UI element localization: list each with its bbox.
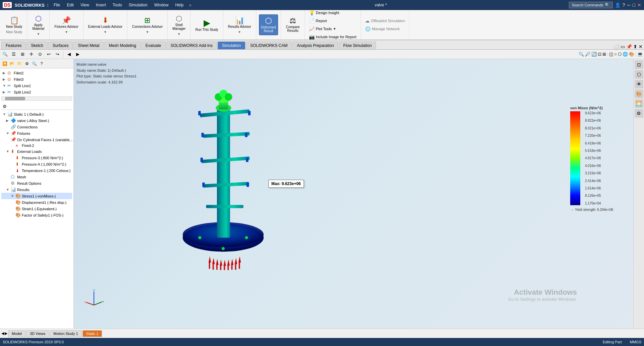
- forward-btn[interactable]: ↪: [54, 51, 61, 58]
- tab-flow[interactable]: Flow Simulation: [339, 42, 376, 49]
- tab-sketch[interactable]: Sketch: [26, 42, 48, 49]
- vp-tool-11[interactable]: 💻: [637, 52, 643, 57]
- vp-tool-5[interactable]: ⊞: [602, 52, 606, 57]
- circle-btn[interactable]: ⊙: [36, 51, 44, 58]
- filter-icon[interactable]: ⚙: [3, 104, 7, 109]
- menu-help[interactable]: Help: [172, 2, 186, 8]
- deformed-result-button[interactable]: ⬡ DeformedResult: [259, 14, 278, 35]
- plot-tools-button[interactable]: 📈 Plot Tools ▼: [308, 25, 358, 32]
- minimize-icon[interactable]: ─: [627, 2, 631, 8]
- tree-valve-material[interactable]: ▶ 🔷 valve (-Alloy Steel-): [1, 117, 72, 124]
- tab-mesh-modeling[interactable]: Mesh Modeling: [104, 42, 140, 49]
- filter-tree-btn[interactable]: 🔽: [1, 60, 8, 67]
- tree-ext-loads[interactable]: ▼ ⬇ External Loads: [1, 148, 72, 155]
- menu-view[interactable]: View: [78, 2, 92, 8]
- right-chevron[interactable]: ▶: [74, 51, 82, 58]
- expand-tree-btn[interactable]: 📂: [9, 60, 15, 67]
- menu-edit[interactable]: Edit: [64, 2, 76, 8]
- user-icon[interactable]: 👤: [615, 2, 621, 8]
- search-icon[interactable]: 🔍: [605, 3, 610, 7]
- tree-result-options[interactable]: ⚙ Result Options: [1, 180, 72, 186]
- menu-file[interactable]: File: [51, 2, 63, 8]
- tree-fixtures[interactable]: ▼ 📌 Fixtures: [1, 130, 72, 136]
- rp-btn-6[interactable]: ⚙: [635, 109, 643, 118]
- search-input[interactable]: Search Commands: [572, 3, 603, 7]
- help-tree-btn[interactable]: ?: [38, 60, 45, 67]
- tab-sheet-metal[interactable]: Sheet Metal: [73, 42, 104, 49]
- undo-btn[interactable]: ↩: [45, 51, 52, 58]
- tree-temperature[interactable]: 🌡 Temperature-1 (:200 Celsius:): [1, 167, 72, 174]
- include-image-button[interactable]: 📷 Include Image for Report: [308, 34, 358, 40]
- settings-tree-btn[interactable]: ⚙: [23, 60, 30, 67]
- external-loads-button[interactable]: ⬇ External Loads Advisor: [86, 16, 124, 30]
- connections-advisor-button[interactable]: ⊞ Connections Advisor: [130, 16, 165, 30]
- search-tree-btn[interactable]: 🔍: [31, 60, 38, 67]
- menu-tools[interactable]: Tools: [110, 2, 125, 8]
- tree-displacement[interactable]: 🎨 Displacement1 (-Res disp-): [1, 199, 72, 206]
- grid-btn[interactable]: ⊞: [19, 51, 26, 58]
- tab-simulation[interactable]: Simulation: [218, 42, 245, 49]
- collapse-tree-btn[interactable]: 📁: [16, 60, 23, 67]
- tab-evaluate[interactable]: Evaluate: [141, 42, 166, 49]
- btab-model[interactable]: Model: [8, 330, 25, 337]
- vp-tool-3[interactable]: 🔄: [591, 52, 597, 57]
- tab-analysis[interactable]: Analysis Preparation: [292, 42, 338, 49]
- tree-fos[interactable]: 🎨 Factor of Safety1 (-FOS-): [1, 212, 72, 218]
- tree-static1[interactable]: ▼ 📊 Static 1 (-Default-): [1, 111, 72, 117]
- report-button[interactable]: 📄 Report: [308, 17, 358, 24]
- design-insight-button[interactable]: 💡 Design Insight: [308, 9, 358, 16]
- tree-pressure3[interactable]: ⬇ Pressure-3 (:800 N/m^2:): [1, 155, 72, 161]
- rp-btn-1[interactable]: ⊡: [635, 60, 643, 69]
- tree-results[interactable]: ▼ 📊 Results: [1, 186, 72, 193]
- btab-static1[interactable]: Static 1: [83, 330, 102, 337]
- rp-btn-3[interactable]: 👁: [635, 80, 643, 89]
- tree-item-fillet3[interactable]: ▶ ⊙ Fillet3: [1, 76, 72, 82]
- tree-pressure4[interactable]: ⬇ Pressure-4 (:1,000 N/m^2:): [1, 161, 72, 167]
- filter-btn[interactable]: 🔍: [1, 51, 9, 58]
- vp-tool-9[interactable]: 🌐: [623, 52, 628, 57]
- tab-features[interactable]: Features: [1, 42, 26, 49]
- tree-item-splitline2[interactable]: ▶ ✂ Split Line2: [1, 89, 72, 95]
- tab-cam[interactable]: SOLIDWORKS CAM: [246, 42, 292, 49]
- tab-surfaces[interactable]: Surfaces: [48, 42, 73, 49]
- nav-right[interactable]: ▶: [5, 331, 7, 336]
- vp-tool-1[interactable]: 🔍: [579, 52, 584, 57]
- compare-results-button[interactable]: ⚖ CompareResults: [284, 16, 302, 34]
- tree-item-fillet2[interactable]: ▶ ⊙ Fillet2: [1, 70, 72, 76]
- nav-left[interactable]: ◀: [1, 331, 4, 336]
- fixtures-advisor-button[interactable]: 📌 Fixtures Advisor: [52, 16, 80, 30]
- vp-tool-6[interactable]: ◫: [609, 52, 613, 57]
- close-icon[interactable]: ✕: [637, 2, 641, 8]
- shell-manager-button[interactable]: ⬡ ShellManager: [170, 14, 187, 32]
- results-advisor-button[interactable]: 📊 Results Advisor: [226, 16, 253, 30]
- plot-tools-dropdown[interactable]: ▼: [333, 27, 336, 31]
- run-study-button[interactable]: ▶ Run This Study: [193, 17, 220, 33]
- rp-btn-5[interactable]: 🌅: [635, 99, 643, 108]
- pin-icon[interactable]: 📌: [626, 44, 632, 49]
- menu-insert[interactable]: Insert: [93, 2, 109, 8]
- tree-cylindrical[interactable]: 📌 On Cylindrical Faces-1 (variable...: [1, 136, 72, 143]
- vp-tool-2[interactable]: 🔎: [585, 52, 590, 57]
- tree-stress1[interactable]: ▼ 🎨 Stress1 (-vonMises-): [1, 193, 72, 199]
- tree-mesh[interactable]: ⬡ Mesh: [1, 174, 72, 180]
- new-study-button[interactable]: 📋 New Study: [4, 16, 24, 30]
- menu-window[interactable]: Window: [152, 2, 171, 8]
- vp-tool-8[interactable]: ⬡: [618, 52, 622, 57]
- list-btn[interactable]: ☰: [10, 51, 17, 58]
- rp-btn-4[interactable]: 🎨: [635, 90, 643, 98]
- tab-addins[interactable]: SOLIDWORKS Add-Ins: [166, 42, 217, 49]
- tree-connections[interactable]: 🔗 Connections: [1, 124, 72, 130]
- resize-icon-1[interactable]: ⬜: [613, 44, 619, 49]
- compass-btn[interactable]: ✛: [28, 51, 35, 58]
- tree-strain1[interactable]: 🎨 Strain1 (-Equivalent-): [1, 206, 72, 212]
- btab-motion-study[interactable]: Motion Study 1: [50, 330, 82, 337]
- restore-icon[interactable]: □: [633, 2, 635, 8]
- viewport[interactable]: Model name:valve Study name:Static 1(-De…: [74, 59, 644, 329]
- vp-tool-10[interactable]: 🎨: [629, 52, 634, 57]
- menu-simulation[interactable]: Simulation: [126, 2, 150, 8]
- tree-item-splitline1[interactable]: ▼ ✂ Split Line1: [1, 82, 72, 89]
- help-icon[interactable]: ?: [623, 2, 625, 8]
- apply-material-button[interactable]: ⬡ ApplyMaterial: [30, 14, 47, 32]
- resize-icon-2[interactable]: ▭: [621, 44, 625, 49]
- btab-3d-views[interactable]: 3D Views: [26, 330, 49, 337]
